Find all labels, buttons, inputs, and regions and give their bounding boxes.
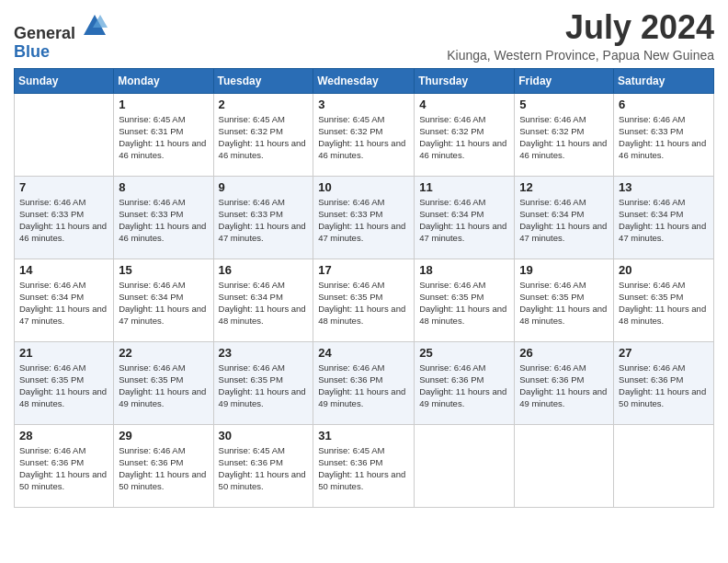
calendar-cell: 31 Sunrise: 6:45 AMSunset: 6:36 PMDaylig… xyxy=(313,424,415,507)
header-sunday: Sunday xyxy=(15,68,114,93)
calendar-cell: 1 Sunrise: 6:45 AMSunset: 6:31 PMDayligh… xyxy=(114,93,213,176)
day-number: 14 xyxy=(19,263,108,277)
calendar-cell: 18 Sunrise: 6:46 AMSunset: 6:35 PMDaylig… xyxy=(415,259,515,341)
calendar-cell: 17 Sunrise: 6:46 AMSunset: 6:35 PMDaylig… xyxy=(313,259,415,341)
calendar-table: SundayMondayTuesdayWednesdayThursdayFrid… xyxy=(14,68,714,508)
day-number: 1 xyxy=(119,98,208,111)
day-number: 6 xyxy=(619,98,709,111)
calendar-week-row: 21 Sunrise: 6:46 AMSunset: 6:35 PMDaylig… xyxy=(15,341,714,424)
calendar-cell: 9 Sunrise: 6:46 AMSunset: 6:33 PMDayligh… xyxy=(213,176,313,259)
day-info: Sunrise: 6:46 AMSunset: 6:35 PMDaylight:… xyxy=(219,362,306,409)
day-number: 19 xyxy=(519,263,609,277)
day-info: Sunrise: 6:46 AMSunset: 6:34 PMDaylight:… xyxy=(19,280,107,327)
header: General Blue July 2024 Kiunga, Western P… xyxy=(14,9,714,63)
day-info: Sunrise: 6:46 AMSunset: 6:36 PMDaylight:… xyxy=(19,445,107,492)
day-info: Sunrise: 6:46 AMSunset: 6:34 PMDaylight:… xyxy=(219,280,306,327)
day-info: Sunrise: 6:46 AMSunset: 6:33 PMDaylight:… xyxy=(19,197,107,244)
day-number: 4 xyxy=(419,98,509,111)
calendar-cell: 15 Sunrise: 6:46 AMSunset: 6:34 PMDaylig… xyxy=(114,259,213,341)
day-number: 27 xyxy=(619,346,709,360)
calendar-week-row: 14 Sunrise: 6:46 AMSunset: 6:34 PMDaylig… xyxy=(15,259,714,341)
calendar-week-row: 7 Sunrise: 6:46 AMSunset: 6:33 PMDayligh… xyxy=(15,176,714,259)
day-info: Sunrise: 6:46 AMSunset: 6:34 PMDaylight:… xyxy=(619,197,706,244)
calendar-cell: 5 Sunrise: 6:46 AMSunset: 6:32 PMDayligh… xyxy=(515,93,614,176)
day-info: Sunrise: 6:45 AMSunset: 6:32 PMDaylight:… xyxy=(318,114,405,161)
calendar-cell: 30 Sunrise: 6:45 AMSunset: 6:36 PMDaylig… xyxy=(213,424,313,507)
calendar-cell: 26 Sunrise: 6:46 AMSunset: 6:36 PMDaylig… xyxy=(515,341,614,424)
day-info: Sunrise: 6:46 AMSunset: 6:33 PMDaylight:… xyxy=(318,197,405,244)
calendar-cell xyxy=(15,93,114,176)
day-info: Sunrise: 6:46 AMSunset: 6:32 PMDaylight:… xyxy=(519,114,607,161)
day-number: 29 xyxy=(119,429,208,442)
day-info: Sunrise: 6:46 AMSunset: 6:36 PMDaylight:… xyxy=(419,362,506,409)
calendar-cell: 10 Sunrise: 6:46 AMSunset: 6:33 PMDaylig… xyxy=(313,176,415,259)
calendar-cell: 2 Sunrise: 6:45 AMSunset: 6:32 PMDayligh… xyxy=(213,93,313,176)
day-info: Sunrise: 6:46 AMSunset: 6:36 PMDaylight:… xyxy=(318,362,405,409)
day-number: 28 xyxy=(19,429,108,442)
day-number: 15 xyxy=(119,263,208,277)
day-number: 26 xyxy=(519,346,609,360)
day-number: 7 xyxy=(19,180,108,194)
calendar-cell: 22 Sunrise: 6:46 AMSunset: 6:35 PMDaylig… xyxy=(114,341,213,424)
day-number: 30 xyxy=(219,429,309,442)
day-info: Sunrise: 6:46 AMSunset: 6:36 PMDaylight:… xyxy=(119,445,206,492)
title-block: July 2024 Kiunga, Western Province, Papu… xyxy=(447,9,714,63)
day-number: 13 xyxy=(619,180,709,194)
header-monday: Monday xyxy=(114,68,213,93)
day-info: Sunrise: 6:46 AMSunset: 6:34 PMDaylight:… xyxy=(119,280,206,327)
day-info: Sunrise: 6:46 AMSunset: 6:34 PMDaylight:… xyxy=(519,197,607,244)
day-number: 3 xyxy=(318,98,409,111)
calendar-cell: 4 Sunrise: 6:46 AMSunset: 6:32 PMDayligh… xyxy=(415,93,515,176)
calendar-header-row: SundayMondayTuesdayWednesdayThursdayFrid… xyxy=(15,68,714,93)
calendar-cell: 6 Sunrise: 6:46 AMSunset: 6:33 PMDayligh… xyxy=(614,93,714,176)
day-info: Sunrise: 6:45 AMSunset: 6:31 PMDaylight:… xyxy=(119,114,206,161)
header-friday: Friday xyxy=(515,68,614,93)
calendar-cell xyxy=(614,424,714,507)
calendar-week-row: 28 Sunrise: 6:46 AMSunset: 6:36 PMDaylig… xyxy=(15,424,714,507)
day-number: 17 xyxy=(318,263,409,277)
calendar-cell: 7 Sunrise: 6:46 AMSunset: 6:33 PMDayligh… xyxy=(15,176,114,259)
day-number: 16 xyxy=(219,263,309,277)
day-info: Sunrise: 6:46 AMSunset: 6:35 PMDaylight:… xyxy=(619,280,706,327)
day-info: Sunrise: 6:46 AMSunset: 6:36 PMDaylight:… xyxy=(619,362,706,409)
day-number: 21 xyxy=(19,346,108,360)
calendar-cell: 23 Sunrise: 6:46 AMSunset: 6:35 PMDaylig… xyxy=(213,341,313,424)
logo: General Blue xyxy=(14,13,108,62)
day-number: 25 xyxy=(419,346,509,360)
header-saturday: Saturday xyxy=(614,68,714,93)
calendar-cell: 24 Sunrise: 6:46 AMSunset: 6:36 PMDaylig… xyxy=(313,341,415,424)
calendar-cell: 28 Sunrise: 6:46 AMSunset: 6:36 PMDaylig… xyxy=(15,424,114,507)
day-number: 20 xyxy=(619,263,709,277)
calendar-cell: 16 Sunrise: 6:46 AMSunset: 6:34 PMDaylig… xyxy=(213,259,313,341)
calendar-cell: 19 Sunrise: 6:46 AMSunset: 6:35 PMDaylig… xyxy=(515,259,614,341)
calendar-cell: 21 Sunrise: 6:46 AMSunset: 6:35 PMDaylig… xyxy=(15,341,114,424)
calendar-cell xyxy=(515,424,614,507)
month-year-title: July 2024 xyxy=(447,9,714,46)
location-subtitle: Kiunga, Western Province, Papua New Guin… xyxy=(447,48,714,63)
day-info: Sunrise: 6:46 AMSunset: 6:36 PMDaylight:… xyxy=(519,362,607,409)
day-info: Sunrise: 6:46 AMSunset: 6:33 PMDaylight:… xyxy=(119,197,206,244)
day-info: Sunrise: 6:46 AMSunset: 6:35 PMDaylight:… xyxy=(19,362,107,409)
header-thursday: Thursday xyxy=(415,68,515,93)
calendar-cell: 27 Sunrise: 6:46 AMSunset: 6:36 PMDaylig… xyxy=(614,341,714,424)
day-info: Sunrise: 6:46 AMSunset: 6:32 PMDaylight:… xyxy=(419,114,506,161)
calendar-cell: 3 Sunrise: 6:45 AMSunset: 6:32 PMDayligh… xyxy=(313,93,415,176)
header-wednesday: Wednesday xyxy=(313,68,415,93)
logo-icon xyxy=(82,13,108,39)
calendar-cell: 14 Sunrise: 6:46 AMSunset: 6:34 PMDaylig… xyxy=(15,259,114,341)
day-number: 12 xyxy=(519,180,609,194)
header-tuesday: Tuesday xyxy=(213,68,313,93)
day-number: 24 xyxy=(318,346,409,360)
day-info: Sunrise: 6:45 AMSunset: 6:36 PMDaylight:… xyxy=(318,445,405,492)
day-info: Sunrise: 6:46 AMSunset: 6:35 PMDaylight:… xyxy=(519,280,607,327)
day-number: 8 xyxy=(119,180,208,194)
day-number: 9 xyxy=(219,180,309,194)
calendar-cell: 20 Sunrise: 6:46 AMSunset: 6:35 PMDaylig… xyxy=(614,259,714,341)
day-number: 23 xyxy=(219,346,309,360)
day-info: Sunrise: 6:46 AMSunset: 6:35 PMDaylight:… xyxy=(119,362,206,409)
logo-blue-text: Blue xyxy=(14,42,50,61)
calendar-cell: 11 Sunrise: 6:46 AMSunset: 6:34 PMDaylig… xyxy=(415,176,515,259)
day-number: 5 xyxy=(519,98,609,111)
day-number: 18 xyxy=(419,263,509,277)
day-info: Sunrise: 6:46 AMSunset: 6:35 PMDaylight:… xyxy=(419,280,506,327)
